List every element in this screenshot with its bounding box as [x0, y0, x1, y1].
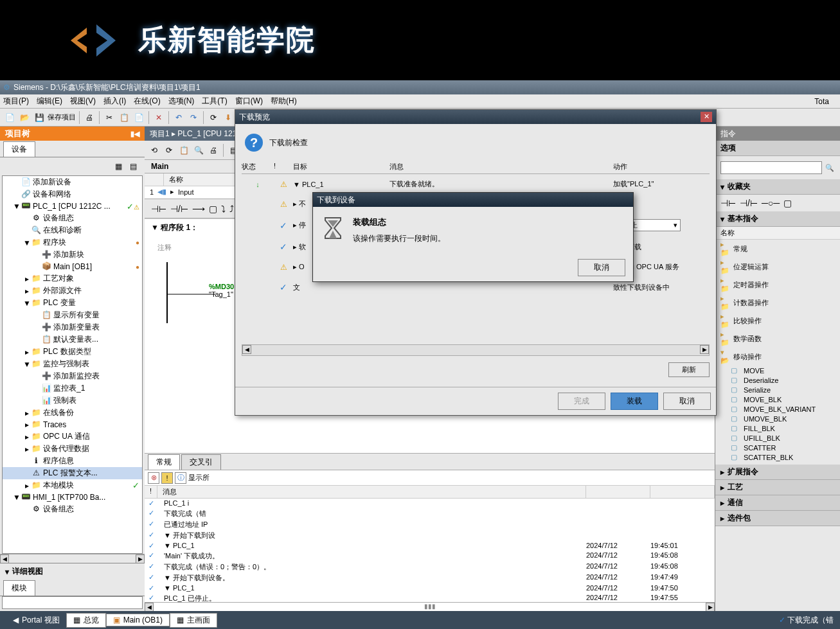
tree-item[interactable]: ▸📁在线备份	[3, 407, 142, 419]
tree-item[interactable]: ▼📟HMI_1 [KTP700 Ba...	[3, 492, 142, 503]
inner-dialog-titlebar[interactable]: 下载到设备	[313, 193, 633, 207]
tree-item[interactable]: 🔍在线和诊断	[3, 224, 142, 236]
tree-item[interactable]: ▸📁本地模块✓	[3, 479, 142, 492]
instruction-item[interactable]: ▢MOVE	[715, 366, 840, 375]
cancel-button[interactable]: 取消	[663, 393, 711, 410]
delete-icon[interactable]: ✕	[152, 111, 165, 124]
info-filter-icon[interactable]: ⓘ	[175, 472, 186, 484]
main-screen-tab[interactable]: ▦ 主画面	[170, 613, 217, 628]
message-row[interactable]: ✓ ▼ PLC_12024/7/1219:47:50	[145, 583, 715, 593]
fav-coil-icon[interactable]: ─○─	[762, 198, 780, 208]
paste-icon[interactable]: 📄	[132, 111, 145, 124]
et-icon[interactable]: 🔍	[192, 144, 205, 157]
message-row[interactable]: ✓▼ 开始下载到设	[145, 530, 715, 541]
close-icon[interactable]: ✕	[701, 112, 712, 122]
tree-item[interactable]: ▸📁设备代理数据	[3, 443, 142, 455]
tree-item[interactable]: ℹ程序信息	[3, 455, 142, 467]
devices-tab[interactable]: 设备	[3, 141, 35, 157]
instruction-list[interactable]: ▸ 📁常规▸ 📁位逻辑运算▸ 📁定时器操作▸ 📁计数器操作▸ 📁比较操作▸ 📁数…	[715, 240, 840, 465]
tree-item[interactable]: ▼📟PLC_1 [CPU 1212C ...✓⚠	[3, 200, 142, 212]
menu-online[interactable]: 在线(O)	[134, 96, 160, 107]
lad-box-icon[interactable]: ▢	[209, 204, 217, 214]
print-icon[interactable]: 🖨	[83, 111, 96, 124]
open-project-icon[interactable]: 📂	[18, 111, 31, 124]
scroll-right-icon[interactable]: ▶	[700, 345, 709, 354]
message-row[interactable]: ✓已通过地址 IP	[145, 519, 715, 530]
et-icon[interactable]: ⟳	[163, 144, 175, 157]
message-list[interactable]: ✓PLC_1 i✓下载完成（错✓已通过地址 IP✓▼ 开始下载到设✓ ▼ PLC…	[145, 499, 715, 602]
lad-contact-no-icon[interactable]: ⊣⊢	[151, 204, 166, 214]
basic-instr-header[interactable]: ▾基本指令	[715, 211, 840, 227]
instruction-item[interactable]: ▾ 📂移动操作	[715, 348, 840, 366]
fav-box-icon[interactable]: ▢	[783, 198, 792, 208]
scroll-right-icon[interactable]: ▶	[706, 603, 715, 612]
save-icon[interactable]: 💾	[33, 111, 46, 124]
tree-item[interactable]: ▼📁PLC 变量	[3, 297, 142, 309]
instruction-item[interactable]: ▢FILL_BLK	[715, 423, 840, 433]
instruction-item[interactable]: ▢Deserialize	[715, 375, 840, 385]
et-icon[interactable]: ⟲	[148, 144, 161, 157]
tree-item[interactable]: ▸📁Traces	[3, 419, 142, 430]
message-row[interactable]: ✓▼ 开始下载到设备。2024/7/1219:47:49	[145, 572, 715, 583]
tree-item[interactable]: ▼📁程序块●	[3, 236, 142, 249]
instruction-item[interactable]: ▸ 📁位逻辑运算	[715, 258, 840, 276]
scroll-right-icon[interactable]: ▶	[136, 554, 145, 563]
instruction-item[interactable]: ▸ 📁比较操作	[715, 312, 840, 330]
tree-item[interactable]: 📋显示所有变量	[3, 309, 142, 321]
message-row[interactable]: ✓下载完成（错	[145, 508, 715, 519]
cut-icon[interactable]: ✂	[103, 111, 116, 124]
menu-tools[interactable]: 工具(T)	[202, 96, 227, 107]
dialog-scrollbar[interactable]: ◀ ▶	[242, 344, 710, 356]
tree-hscroll[interactable]: ◀ ▶	[0, 554, 145, 563]
instr-section-header[interactable]: ▸通信	[715, 495, 840, 511]
overview-tab[interactable]: ▦ 总览	[66, 613, 106, 628]
new-project-icon[interactable]: 📄	[3, 111, 16, 124]
menu-view[interactable]: 视图(V)	[70, 96, 96, 107]
lad-coil-icon[interactable]: ⟶	[192, 204, 205, 214]
instruction-item[interactable]: ▢SCATTER	[715, 443, 840, 452]
instruction-item[interactable]: ▢MOVE_BLK	[715, 394, 840, 404]
tree-item[interactable]: ⚙设备组态	[3, 212, 142, 224]
tree-view-icon[interactable]: ▦	[112, 160, 125, 173]
instr-section-header[interactable]: ▸工艺	[715, 480, 840, 495]
message-row[interactable]: ✓PLC_1 i	[145, 499, 715, 508]
et-icon[interactable]: 🖨	[207, 144, 220, 157]
tree-item[interactable]: ▸📁PLC 数据类型	[3, 346, 142, 358]
redo-icon[interactable]: ↷	[187, 111, 200, 124]
tree-item[interactable]: ➕添加新监控表	[3, 370, 142, 382]
dialog-titlebar[interactable]: 下载预览 ✕	[235, 110, 716, 124]
scroll-left-icon[interactable]: ◀	[242, 345, 251, 354]
menu-window[interactable]: 窗口(W)	[235, 96, 263, 107]
dialog-row[interactable]: ↓⚠▼ PLC_1下载准备就绪。加载"PLC_1"	[242, 174, 710, 194]
instruction-item[interactable]: ▢UFILL_BLK	[715, 433, 840, 443]
tree-item[interactable]: 📊强制表	[3, 394, 142, 407]
message-row[interactable]: ✓ PLC_1 已停止。2024/7/1219:47:55	[145, 593, 715, 602]
error-filter-icon[interactable]: ⊗	[148, 472, 159, 484]
tree-item[interactable]: ▼📁监控与强制表	[3, 358, 142, 370]
message-row[interactable]: ✓ ▼ PLC_12024/7/1219:45:01	[145, 541, 715, 551]
options-header[interactable]: 选项	[715, 141, 840, 156]
tree-item[interactable]: 📦Main [OB1]●	[3, 261, 142, 272]
tree-item[interactable]: 📋默认变量表...	[3, 333, 142, 346]
finish-button[interactable]: 完成	[558, 393, 605, 410]
lad-branch-close-icon[interactable]: ⤴	[229, 204, 234, 214]
menu-project[interactable]: 项目(P)	[3, 96, 29, 107]
instruction-item[interactable]: ▢UMOVE_BLK	[715, 414, 840, 423]
tree-item[interactable]: ⚙设备组态	[3, 503, 142, 515]
menu-help[interactable]: 帮助(H)	[271, 96, 297, 107]
warning-filter-icon[interactable]: !	[161, 472, 173, 484]
instruction-item[interactable]: ▸ 📁常规	[715, 240, 840, 258]
tree-item[interactable]: ➕添加新块	[3, 249, 142, 261]
tree-item[interactable]: 📊监控表_1	[3, 382, 142, 394]
msg-hscroll[interactable]: ◀ ▮▮▮ ▶	[145, 602, 715, 611]
instruction-item[interactable]: ▢SCATTER_BLK	[715, 452, 840, 462]
instr-section-header[interactable]: ▸选件包	[715, 511, 840, 526]
load-button[interactable]: 装载	[611, 393, 658, 410]
collapse-icon[interactable]: ▮◀	[130, 130, 139, 138]
lad-branch-icon[interactable]: ⤵	[221, 204, 226, 214]
tree-item[interactable]: ▸📁工艺对象	[3, 272, 142, 285]
undo-icon[interactable]: ↶	[172, 111, 185, 124]
lad-contact-nc-icon[interactable]: ⊣/⊢	[170, 204, 188, 214]
compile-icon[interactable]: ⟳	[207, 111, 220, 124]
menu-options[interactable]: 选项(N)	[168, 96, 195, 107]
